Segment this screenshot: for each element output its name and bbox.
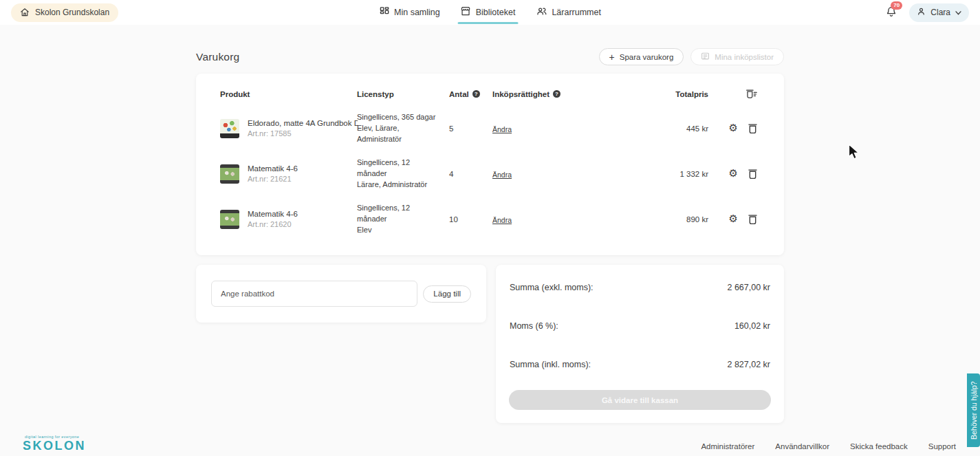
page-title: Varukorg xyxy=(196,51,239,63)
license-roles: Elev xyxy=(357,225,441,236)
navbar-right: 70 Clara xyxy=(886,3,969,22)
summary-row-excl-vat: Summa (exkl. moms): 2 667,00 kr xyxy=(510,283,770,292)
table-row: Eldorado, matte 4A Grundbok Di... Art.nr… xyxy=(220,106,760,151)
column-inkopsrattighet: Inköpsrättighet ? xyxy=(492,90,677,98)
column-produkt: Produkt xyxy=(220,90,357,98)
product-artnr: Art.nr: 17585 xyxy=(248,129,358,138)
user-icon xyxy=(917,7,926,18)
quantity-value: 5 xyxy=(449,124,492,133)
people-icon xyxy=(536,6,547,19)
list-icon xyxy=(701,52,710,62)
license-roles: Elev, Lärare, Administratör xyxy=(357,123,441,145)
product-thumbnail xyxy=(220,119,239,138)
license-type: Singellicens, 365 dagar xyxy=(357,112,441,123)
settings-icon[interactable]: ⚙ xyxy=(729,169,738,179)
main-content: Varukorg + Spara varukorg Mina inköpslis… xyxy=(196,48,784,423)
cart-table: Produkt Licenstyp Antal ? Inköpsrättighe… xyxy=(196,74,784,255)
antal-help-icon[interactable]: ? xyxy=(472,90,480,98)
change-purchase-right-link[interactable]: Ändra xyxy=(492,171,512,179)
inkopsrattighet-help-icon[interactable]: ? xyxy=(553,90,560,98)
save-cart-button[interactable]: + Spara varukorg xyxy=(599,48,684,65)
settings-icon[interactable]: ⚙ xyxy=(729,214,738,224)
clear-cart-icon[interactable] xyxy=(745,89,757,99)
product-artnr: Art.nr: 21621 xyxy=(248,175,298,183)
footer-link-skicka-feedback[interactable]: Skicka feedback xyxy=(850,442,908,450)
product-name: Matematik 4-6 xyxy=(248,210,298,218)
tab-lararrummet[interactable]: Lärarrummet xyxy=(536,0,601,25)
column-licenstyp: Licenstyp xyxy=(357,90,449,98)
license-type: Singellicens, 12 månader xyxy=(357,158,441,180)
column-totalpris: Totalpris xyxy=(677,90,708,98)
summary-row-incl-vat: Summa (inkl. moms): 2 827,02 kr xyxy=(510,360,770,369)
home-icon xyxy=(20,8,30,17)
product-thumbnail xyxy=(220,164,239,184)
top-navbar: Skolon Grundskolan Min samling Bibliotek… xyxy=(0,0,980,25)
summary-row-vat: Moms (6 %): 160,02 kr xyxy=(510,321,770,331)
license-roles: Lärare, Administratör xyxy=(357,180,441,191)
footer-link-administratorer[interactable]: Administratörer xyxy=(701,442,754,450)
trash-icon[interactable] xyxy=(748,169,757,179)
purchase-lists-button[interactable]: Mina inköpslistor xyxy=(690,48,784,65)
product-thumbnail xyxy=(220,210,239,229)
footer-link-support[interactable]: Support xyxy=(928,442,956,450)
help-tab[interactable]: Behöver du hjälp? xyxy=(967,373,980,447)
add-discount-button[interactable]: Lägg till xyxy=(423,285,471,303)
tab-label: Min samling xyxy=(394,8,440,17)
product-artnr: Art.nr: 21620 xyxy=(248,220,298,228)
row-total-price: 1 332 kr xyxy=(677,170,708,178)
discount-code-panel: Lägg till xyxy=(196,265,486,323)
organisation-name: Skolon Grundskolan xyxy=(35,8,109,17)
cart-table-header: Produkt Licenstyp Antal ? Inköpsrättighe… xyxy=(220,89,760,106)
tab-min-samling[interactable]: Min samling xyxy=(379,0,440,25)
logo-text: SKOLON xyxy=(23,439,86,452)
mouse-cursor xyxy=(848,144,860,164)
checkout-button[interactable]: Gå vidare till kassan xyxy=(509,390,771,410)
column-antal: Antal ? xyxy=(449,90,492,98)
chevron-down-icon xyxy=(955,8,961,17)
quantity-value: 10 xyxy=(449,215,492,224)
tab-label: Lärarrummet xyxy=(552,8,601,17)
user-menu[interactable]: Clara xyxy=(909,3,969,22)
table-row: Matematik 4-6 Art.nr: 21621 Singellicens… xyxy=(220,151,760,197)
tab-biblioteket[interactable]: Biblioteket xyxy=(461,0,516,25)
product-name: Matematik 4-6 xyxy=(248,164,298,173)
order-summary-panel: Summa (exkl. moms): 2 667,00 kr Moms (6 … xyxy=(496,265,784,423)
product-name: Eldorado, matte 4A Grundbok Di... xyxy=(248,119,358,127)
skolon-logo[interactable]: digital learning for everyone SKOLON xyxy=(23,435,86,453)
collection-grid-icon xyxy=(379,6,389,19)
notification-count-badge: 70 xyxy=(891,1,902,10)
quantity-value: 4 xyxy=(449,170,492,178)
footer-link-anvandarvillkor[interactable]: Användarvillkor xyxy=(775,442,829,450)
table-row: Matematik 4-6 Art.nr: 21620 Singellicens… xyxy=(220,197,760,242)
trash-icon[interactable] xyxy=(748,214,757,224)
tab-label: Biblioteket xyxy=(476,8,516,17)
footer: digital learning for everyone SKOLON Adm… xyxy=(0,424,980,456)
user-name: Clara xyxy=(930,8,950,17)
row-total-price: 890 kr xyxy=(677,215,708,224)
trash-icon[interactable] xyxy=(748,123,757,133)
row-total-price: 445 kr xyxy=(677,124,708,133)
active-tab-underline xyxy=(458,22,519,24)
discount-code-input[interactable] xyxy=(211,281,417,307)
license-type: Singellicens, 12 månader xyxy=(357,203,441,225)
notifications-bell-icon[interactable]: 70 xyxy=(886,6,898,19)
change-purchase-right-link[interactable]: Ändra xyxy=(492,216,512,224)
plus-icon: + xyxy=(609,52,615,62)
main-navigation: Min samling Biblioteket Lärarrummet xyxy=(379,0,601,25)
settings-icon[interactable]: ⚙ xyxy=(729,123,738,133)
store-icon xyxy=(461,6,471,19)
change-purchase-right-link[interactable]: Ändra xyxy=(492,125,512,133)
organisation-badge[interactable]: Skolon Grundskolan xyxy=(11,3,118,22)
